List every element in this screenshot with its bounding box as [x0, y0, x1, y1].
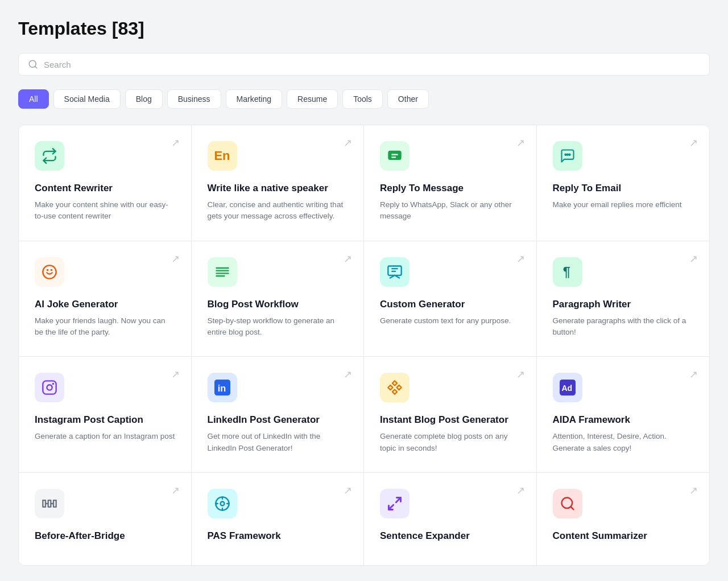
page-title: Templates [83]	[18, 18, 710, 39]
card-title-pas-framework: PAS Framework	[208, 530, 348, 542]
card-icon-ai-joke-generator	[35, 257, 64, 287]
filter-tabs: AllSocial MediaBlogBusinessMarketingResu…	[18, 89, 710, 109]
card-icon-instant-blog-post-generator	[380, 373, 410, 402]
card-arrow-pas-framework: ↗	[344, 484, 352, 497]
card-title-instant-blog-post-generator: Instant Blog Post Generator	[380, 414, 520, 426]
card-icon-instagram-post-caption	[35, 373, 64, 402]
card-title-content-rewriter: Content Rewriter	[35, 182, 175, 195]
card-desc-blog-post-workflow: Step-by-step workflow to generate an ent…	[208, 315, 348, 339]
card-title-paragraph-writer: Paragraph Writer	[553, 298, 694, 311]
card-title-linkedin-post-generator: LinkedIn Post Generator	[208, 414, 348, 426]
filter-tab-social-media[interactable]: Social Media	[53, 89, 121, 109]
template-card-linkedin-post-generator[interactable]: ↗ in LinkedIn Post Generator Get more ou…	[192, 357, 365, 473]
template-card-pas-framework[interactable]: ↗ PAS Framework	[192, 473, 365, 565]
template-card-sentence-expander[interactable]: ↗ Sentence Expander	[364, 473, 537, 565]
card-title-reply-to-email: Reply To Email	[553, 182, 694, 195]
card-title-custom-generator: Custom Generator	[380, 298, 520, 311]
card-arrow-content-summarizer: ↗	[689, 484, 698, 497]
card-arrow-linkedin-post-generator: ↗	[344, 368, 352, 381]
card-arrow-instant-blog-post-generator: ↗	[516, 368, 525, 381]
filter-tab-tools[interactable]: Tools	[342, 89, 383, 109]
template-card-native-speaker[interactable]: ↗ En Write like a native speaker Clear, …	[192, 125, 365, 241]
card-icon-blog-post-workflow	[208, 257, 237, 287]
card-icon-aida-framework: Ad	[553, 373, 582, 402]
card-desc-native-speaker: Clear, concise and authentic writing tha…	[208, 199, 348, 222]
template-card-reply-to-email[interactable]: ↗ Reply To Email Make your email replies…	[537, 125, 710, 241]
card-arrow-custom-generator: ↗	[516, 253, 525, 265]
card-arrow-paragraph-writer: ↗	[689, 253, 698, 265]
card-desc-linkedin-post-generator: Get more out of LinkedIn with the Linked…	[208, 431, 348, 454]
card-icon-custom-generator	[380, 257, 410, 287]
search-icon	[28, 59, 38, 69]
svg-text:Ad: Ad	[561, 384, 572, 393]
card-icon-content-summarizer	[553, 489, 582, 518]
card-icon-reply-to-message	[380, 141, 410, 171]
card-arrow-reply-to-message: ↗	[516, 137, 525, 149]
svg-point-3	[565, 154, 566, 155]
svg-point-27	[220, 501, 224, 505]
card-arrow-ai-joke-generator: ↗	[171, 253, 180, 265]
card-desc-reply-to-email: Make your email replies more efficient	[553, 199, 694, 211]
template-card-content-rewriter[interactable]: ↗ Content Rewriter Make your content shi…	[19, 125, 192, 241]
search-input[interactable]	[44, 60, 700, 69]
card-arrow-reply-to-email: ↗	[689, 137, 698, 149]
card-icon-sentence-expander	[380, 489, 410, 518]
svg-point-4	[566, 154, 568, 155]
card-title-instagram-post-caption: Instagram Post Caption	[35, 414, 175, 426]
card-title-ai-joke-generator: AI Joke Generator	[35, 298, 175, 311]
filter-tab-other[interactable]: Other	[387, 89, 429, 109]
template-card-custom-generator[interactable]: ↗ Custom Generator Generate custom text …	[364, 241, 537, 357]
filter-tab-marketing[interactable]: Marketing	[226, 89, 282, 109]
svg-text:in: in	[217, 383, 226, 393]
card-desc-ai-joke-generator: Make your friends laugh. Now you can be …	[35, 315, 175, 339]
filter-tab-business[interactable]: Business	[167, 89, 221, 109]
card-icon-native-speaker: En	[208, 141, 237, 171]
card-title-aida-framework: AIDA Framework	[553, 414, 694, 426]
template-card-instant-blog-post-generator[interactable]: ↗ Instant Blog Post Generator Generate c…	[364, 357, 537, 473]
card-arrow-before-after-bridge: ↗	[171, 484, 180, 497]
card-arrow-blog-post-workflow: ↗	[344, 253, 352, 265]
card-arrow-instagram-post-caption: ↗	[171, 368, 180, 381]
card-title-blog-post-workflow: Blog Post Workflow	[208, 298, 348, 311]
card-title-reply-to-message: Reply To Message	[380, 182, 520, 195]
card-title-sentence-expander: Sentence Expander	[380, 530, 520, 542]
svg-line-35	[570, 506, 573, 509]
card-desc-instant-blog-post-generator: Generate complete blog posts on any topi…	[380, 431, 520, 454]
card-desc-paragraph-writer: Generate paragraphs with the click of a …	[553, 315, 694, 339]
svg-rect-15	[43, 381, 56, 394]
card-desc-aida-framework: Attention, Interest, Desire, Action. Gen…	[553, 431, 694, 454]
card-icon-reply-to-email	[553, 141, 582, 171]
card-icon-paragraph-writer: ¶	[553, 257, 582, 287]
svg-text:¶: ¶	[562, 265, 570, 279]
card-icon-pas-framework	[208, 489, 237, 518]
svg-line-1	[35, 66, 36, 68]
template-card-blog-post-workflow[interactable]: ↗ Blog Post Workflow Step-by-step workfl…	[192, 241, 365, 357]
card-icon-content-rewriter	[35, 141, 64, 171]
card-desc-content-rewriter: Make your content shine with our easy-to…	[35, 199, 175, 222]
filter-tab-resume[interactable]: Resume	[287, 89, 338, 109]
card-arrow-sentence-expander: ↗	[516, 484, 525, 497]
filter-tab-all[interactable]: All	[18, 89, 49, 109]
card-title-native-speaker: Write like a native speaker	[208, 182, 348, 195]
template-card-content-summarizer[interactable]: ↗ Content Summarizer	[537, 473, 710, 565]
template-card-instagram-post-caption[interactable]: ↗ Instagram Post Caption Generate a capt…	[19, 357, 192, 473]
svg-point-5	[569, 154, 570, 155]
card-icon-before-after-bridge	[35, 489, 64, 518]
card-title-content-summarizer: Content Summarizer	[553, 530, 694, 542]
card-arrow-aida-framework: ↗	[689, 368, 698, 381]
card-desc-custom-generator: Generate custom text for any purpose.	[380, 315, 520, 327]
templates-grid: ↗ Content Rewriter Make your content shi…	[18, 125, 710, 566]
template-card-paragraph-writer[interactable]: ↗ ¶ Paragraph Writer Generate paragraphs…	[537, 241, 710, 357]
template-card-ai-joke-generator[interactable]: ↗ AI Joke Generator Make your friends la…	[19, 241, 192, 357]
template-card-aida-framework[interactable]: ↗ Ad AIDA Framework Attention, Interest,…	[537, 357, 710, 473]
card-arrow-content-rewriter: ↗	[171, 137, 180, 149]
search-bar	[18, 53, 710, 76]
card-title-before-after-bridge: Before-After-Bridge	[35, 530, 175, 542]
filter-tab-blog[interactable]: Blog	[125, 89, 163, 109]
card-desc-reply-to-message: Reply to WhatsApp, Slack or any other me…	[380, 199, 520, 222]
template-card-reply-to-message[interactable]: ↗ Reply To Message Reply to WhatsApp, Sl…	[364, 125, 537, 241]
svg-point-6	[43, 265, 56, 278]
card-icon-linkedin-post-generator: in	[208, 373, 237, 402]
card-desc-instagram-post-caption: Generate a caption for an Instagram post	[35, 431, 175, 442]
template-card-before-after-bridge[interactable]: ↗ Before-After-Bridge	[19, 473, 192, 565]
